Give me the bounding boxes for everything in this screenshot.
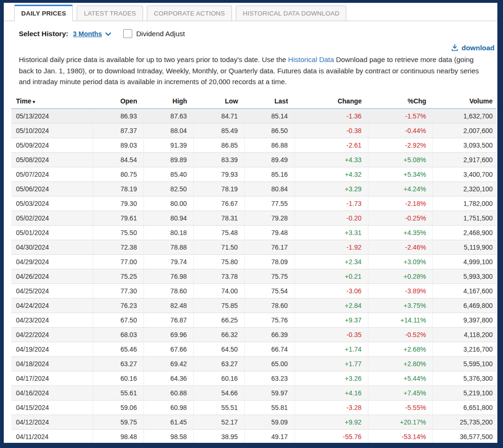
cell-time: 05/10/2024: [11, 123, 93, 138]
cell-volume: 3,216,700: [433, 342, 496, 356]
column-header-low[interactable]: Low: [194, 94, 245, 109]
cell-high: 60.98: [144, 400, 193, 415]
cell-open: 75.25: [93, 269, 144, 283]
cell-time: 04/16/2024: [11, 385, 93, 400]
cell-last: 75.54: [245, 283, 295, 298]
column-header-time[interactable]: Time▾: [11, 94, 93, 109]
cell-change: +9.92: [295, 415, 368, 429]
cell-last: 75.76: [245, 313, 295, 327]
table-row[interactable]: 04/17/202460.1664.3660.1663.23+3.26+5.44…: [11, 371, 496, 385]
tab-corporate-actions[interactable]: CORPORATE ACTIONS: [147, 6, 232, 21]
table-row[interactable]: 04/12/202459.7561.4552.1759.09+9.92+20.1…: [11, 415, 496, 429]
cell-high: 78.88: [144, 240, 193, 254]
cell-low: 66.25: [194, 313, 245, 327]
cell-last: 86.50: [245, 123, 295, 138]
table-row[interactable]: 04/25/202477.3078.6074.0075.54-3.06-3.89…: [11, 283, 496, 298]
cell-volume: 6,651,800: [433, 400, 496, 415]
cell-open: 68.03: [93, 327, 144, 342]
tab-latest-trades[interactable]: LATEST TRADES: [77, 6, 143, 21]
table-row[interactable]: 04/22/202468.0369.9666.3266.39-0.35-0.52…: [11, 327, 496, 342]
table-row[interactable]: 04/24/202476.2382.4875.8578.60+2.84+3.75…: [11, 298, 496, 313]
history-range-value: 3 Months: [73, 30, 102, 38]
cell-volume: 5,595,100: [433, 356, 496, 371]
cell-low: 78.19: [194, 181, 245, 196]
table-row[interactable]: 04/16/202455.6160.8854.6659.97+4.16+7.45…: [11, 385, 496, 400]
dividend-adjust-checkbox[interactable]: [123, 29, 132, 38]
cell-volume: 4,999,100: [433, 254, 496, 269]
table-row[interactable]: 05/02/202479.6180.9478.3179.28-0.20-0.25…: [11, 211, 496, 225]
cell-low: 84.71: [194, 109, 245, 124]
table-row[interactable]: 04/26/202475.2576.9873.7875.75+0.21+0.28…: [11, 269, 496, 283]
table-row[interactable]: 04/29/202477.0079.7475.8078.09+2.34+3.09…: [11, 254, 496, 269]
cell-low: 76.67: [194, 196, 245, 211]
history-controls: Select History: 3 Months Dividend Adjust: [19, 29, 497, 38]
table-row[interactable]: 05/07/202480.7585.4079.9385.16+4.32+5.34…: [11, 167, 496, 181]
cell-high: 88.04: [144, 123, 193, 138]
cell-volume: 4,118,200: [433, 327, 496, 342]
cell-time: 05/03/2024: [11, 196, 93, 211]
table-row[interactable]: 05/01/202475.5080.1875.4879.48+3.31+4.35…: [11, 225, 496, 240]
table-row[interactable]: 05/09/202489.0391.3986.8586.88-2.61-2.92…: [11, 138, 496, 152]
cell-last: 80.84: [245, 181, 295, 196]
download-icon: [451, 44, 459, 52]
cell-open: 59.75: [93, 415, 144, 429]
cell-open: 80.75: [93, 167, 144, 181]
cell-time: 04/23/2024: [11, 313, 93, 327]
cell-volume: 1,632,700: [433, 109, 496, 124]
cell-volume: 5,119,900: [433, 240, 496, 254]
download-label: download: [462, 44, 495, 52]
cell-last: 66.39: [245, 327, 295, 342]
description-text: Historical daily price data is available…: [19, 54, 484, 87]
cell-open: 87.37: [93, 123, 144, 138]
cell-pct: -2.92%: [368, 138, 433, 152]
price-table-body: 05/13/202486.9387.6384.7185.14-1.36-1.57…: [11, 109, 496, 443]
tab-daily-prices[interactable]: DAILY PRICES: [14, 5, 73, 21]
cell-last: 77.55: [245, 196, 295, 211]
cell-volume: 2,007,600: [433, 123, 496, 138]
cell-high: 80.94: [144, 211, 193, 225]
cell-open: 78.19: [93, 181, 144, 196]
column-header-pctchg[interactable]: %Chg: [368, 94, 433, 109]
cell-time: 04/29/2024: [11, 254, 93, 269]
cell-low: 83.39: [194, 152, 245, 167]
column-header-volume[interactable]: Volume: [433, 94, 496, 109]
download-button[interactable]: download: [451, 44, 495, 52]
cell-pct: +7.45%: [368, 385, 433, 400]
column-header-change[interactable]: Change: [295, 94, 368, 109]
history-range-dropdown[interactable]: 3 Months: [73, 30, 111, 38]
table-row[interactable]: 04/30/202472.3878.8871.5076.17-1.92-2.46…: [11, 240, 496, 254]
table-header-row: Time▾ Open High Low Last Change %Chg Vol…: [11, 94, 496, 109]
tab-historical-data-download[interactable]: HISTORICAL DATA DOWNLOAD: [236, 6, 346, 21]
cell-change: +1.74: [295, 342, 368, 356]
cell-time: 04/22/2024: [11, 327, 93, 342]
cell-change: -0.35: [295, 327, 368, 342]
table-row[interactable]: 04/18/202463.2769.4263.2765.00+1.77+2.80…: [11, 356, 496, 371]
historical-data-link[interactable]: Historical Data: [288, 55, 334, 63]
download-row: download: [4, 44, 495, 52]
table-row[interactable]: 05/13/202486.9387.6384.7185.14-1.36-1.57…: [11, 109, 496, 124]
cell-time: 05/08/2024: [11, 152, 93, 167]
column-header-open[interactable]: Open: [93, 94, 144, 109]
cell-last: 78.09: [245, 254, 295, 269]
table-row[interactable]: 05/06/202478.1982.5078.1980.84+3.29+4.24…: [11, 181, 496, 196]
daily-prices-panel: DAILY PRICES LATEST TRADES CORPORATE ACT…: [4, 3, 497, 443]
column-header-last[interactable]: Last: [245, 94, 295, 109]
table-row[interactable]: 05/10/202487.3788.0485.4986.50-0.38-0.44…: [11, 123, 496, 138]
cell-last: 79.48: [245, 225, 295, 240]
cell-last: 89.49: [245, 152, 295, 167]
cell-change: +2.84: [295, 298, 368, 313]
table-row[interactable]: 05/08/202484.5489.8983.3989.49+4.33+5.08…: [11, 152, 496, 167]
table-row[interactable]: 04/23/202467.5076.8766.2575.76+9.37+14.1…: [11, 313, 496, 327]
cell-low: 74.00: [194, 283, 245, 298]
cell-last: 59.09: [245, 415, 295, 429]
table-row[interactable]: 04/11/202498.4898.5838.9549.17-55.76-53.…: [11, 429, 496, 443]
table-row[interactable]: 04/19/202465.4667.6664.5066.74+1.74+2.68…: [11, 342, 496, 356]
cell-volume: 2,468,900: [433, 225, 496, 240]
column-header-high[interactable]: High: [144, 94, 193, 109]
cell-volume: 25,735,200: [433, 415, 496, 429]
cell-pct: +2.68%: [368, 342, 433, 356]
cell-high: 76.98: [144, 269, 193, 283]
cell-time: 04/15/2024: [11, 400, 93, 415]
table-row[interactable]: 05/03/202479.3080.0076.6777.55-1.73-2.18…: [11, 196, 496, 211]
table-row[interactable]: 04/15/202459.0660.9855.5155.81-3.28-5.55…: [11, 400, 496, 415]
